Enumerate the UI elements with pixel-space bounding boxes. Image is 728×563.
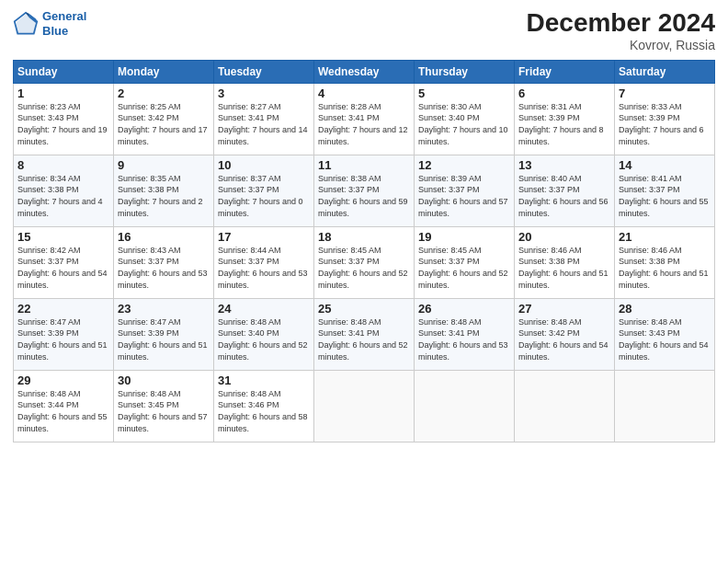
day-cell: 25Sunrise: 8:48 AM Sunset: 3:41 PM Dayli… — [314, 298, 415, 370]
day-cell: 11Sunrise: 8:38 AM Sunset: 3:37 PM Dayli… — [314, 155, 415, 226]
day-number: 31 — [218, 373, 310, 387]
day-cell: 19Sunrise: 8:45 AM Sunset: 3:37 PM Dayli… — [415, 226, 515, 298]
day-number: 12 — [418, 158, 510, 172]
day-info: Sunrise: 8:47 AM Sunset: 3:39 PM Dayligh… — [118, 316, 210, 362]
day-number: 29 — [17, 373, 109, 387]
day-number: 9 — [118, 158, 210, 172]
main-container: General Blue December 2024 Kovrov, Russi… — [0, 0, 728, 450]
day-info: Sunrise: 8:31 AM Sunset: 3:39 PM Dayligh… — [518, 101, 610, 147]
weekday-header-row: SundayMondayTuesdayWednesdayThursdayFrid… — [14, 60, 715, 83]
day-info: Sunrise: 8:25 AM Sunset: 3:42 PM Dayligh… — [118, 101, 210, 147]
day-number: 4 — [318, 86, 410, 100]
day-info: Sunrise: 8:44 AM Sunset: 3:37 PM Dayligh… — [218, 245, 310, 291]
weekday-header-sunday: Sunday — [14, 60, 114, 83]
day-info: Sunrise: 8:23 AM Sunset: 3:43 PM Dayligh… — [17, 101, 109, 147]
day-cell: 12Sunrise: 8:39 AM Sunset: 3:37 PM Dayli… — [415, 155, 515, 226]
day-number: 3 — [218, 86, 310, 100]
day-cell: 6Sunrise: 8:31 AM Sunset: 3:39 PM Daylig… — [515, 83, 615, 155]
logo-icon — [13, 11, 39, 37]
day-number: 30 — [118, 373, 210, 387]
week-row-5: 29Sunrise: 8:48 AM Sunset: 3:44 PM Dayli… — [14, 370, 715, 442]
day-info: Sunrise: 8:48 AM Sunset: 3:45 PM Dayligh… — [118, 388, 210, 434]
day-number: 14 — [619, 158, 711, 172]
day-info: Sunrise: 8:45 AM Sunset: 3:37 PM Dayligh… — [418, 245, 510, 291]
day-info: Sunrise: 8:48 AM Sunset: 3:43 PM Dayligh… — [619, 316, 711, 362]
day-info: Sunrise: 8:48 AM Sunset: 3:41 PM Dayligh… — [318, 316, 410, 362]
day-cell: 15Sunrise: 8:42 AM Sunset: 3:37 PM Dayli… — [14, 226, 114, 298]
weekday-header-wednesday: Wednesday — [314, 60, 415, 83]
day-cell: 3Sunrise: 8:27 AM Sunset: 3:41 PM Daylig… — [214, 83, 314, 155]
day-info: Sunrise: 8:40 AM Sunset: 3:37 PM Dayligh… — [518, 173, 610, 219]
day-info: Sunrise: 8:47 AM Sunset: 3:39 PM Dayligh… — [17, 316, 109, 362]
logo: General Blue — [13, 9, 86, 38]
day-cell: 29Sunrise: 8:48 AM Sunset: 3:44 PM Dayli… — [14, 370, 114, 442]
day-cell: 17Sunrise: 8:44 AM Sunset: 3:37 PM Dayli… — [214, 226, 314, 298]
day-number: 11 — [318, 158, 410, 172]
day-cell: 1Sunrise: 8:23 AM Sunset: 3:43 PM Daylig… — [14, 83, 114, 155]
day-cell: 16Sunrise: 8:43 AM Sunset: 3:37 PM Dayli… — [114, 226, 214, 298]
day-cell: 30Sunrise: 8:48 AM Sunset: 3:45 PM Dayli… — [114, 370, 214, 442]
day-number: 22 — [17, 302, 109, 316]
week-row-1: 1Sunrise: 8:23 AM Sunset: 3:43 PM Daylig… — [14, 83, 715, 155]
calendar-subtitle: Kovrov, Russia — [527, 38, 715, 52]
day-cell: 22Sunrise: 8:47 AM Sunset: 3:39 PM Dayli… — [14, 298, 114, 370]
weekday-header-thursday: Thursday — [415, 60, 515, 83]
day-info: Sunrise: 8:48 AM Sunset: 3:40 PM Dayligh… — [218, 316, 310, 362]
weekday-header-monday: Monday — [114, 60, 214, 83]
day-cell: 28Sunrise: 8:48 AM Sunset: 3:43 PM Dayli… — [615, 298, 715, 370]
day-number: 16 — [118, 230, 210, 244]
day-info: Sunrise: 8:41 AM Sunset: 3:37 PM Dayligh… — [619, 173, 711, 219]
day-info: Sunrise: 8:37 AM Sunset: 3:37 PM Dayligh… — [218, 173, 310, 219]
day-info: Sunrise: 8:45 AM Sunset: 3:37 PM Dayligh… — [318, 245, 410, 291]
day-cell: 27Sunrise: 8:48 AM Sunset: 3:42 PM Dayli… — [515, 298, 615, 370]
day-cell — [314, 370, 415, 442]
day-number: 13 — [518, 158, 610, 172]
day-cell: 7Sunrise: 8:33 AM Sunset: 3:39 PM Daylig… — [615, 83, 715, 155]
day-number: 19 — [418, 230, 510, 244]
day-cell: 2Sunrise: 8:25 AM Sunset: 3:42 PM Daylig… — [114, 83, 214, 155]
weekday-header-tuesday: Tuesday — [214, 60, 314, 83]
day-info: Sunrise: 8:28 AM Sunset: 3:41 PM Dayligh… — [318, 101, 410, 147]
day-cell: 21Sunrise: 8:46 AM Sunset: 3:38 PM Dayli… — [615, 226, 715, 298]
day-info: Sunrise: 8:42 AM Sunset: 3:37 PM Dayligh… — [17, 245, 109, 291]
day-cell: 26Sunrise: 8:48 AM Sunset: 3:41 PM Dayli… — [415, 298, 515, 370]
day-info: Sunrise: 8:38 AM Sunset: 3:37 PM Dayligh… — [318, 173, 410, 219]
day-cell: 4Sunrise: 8:28 AM Sunset: 3:41 PM Daylig… — [314, 83, 415, 155]
day-number: 15 — [17, 230, 109, 244]
day-info: Sunrise: 8:43 AM Sunset: 3:37 PM Dayligh… — [118, 245, 210, 291]
logo-line2: Blue — [42, 24, 68, 38]
day-number: 5 — [418, 86, 510, 100]
week-row-3: 15Sunrise: 8:42 AM Sunset: 3:37 PM Dayli… — [14, 226, 715, 298]
day-cell: 20Sunrise: 8:46 AM Sunset: 3:38 PM Dayli… — [515, 226, 615, 298]
day-cell: 9Sunrise: 8:35 AM Sunset: 3:38 PM Daylig… — [114, 155, 214, 226]
weekday-header-friday: Friday — [515, 60, 615, 83]
day-cell: 10Sunrise: 8:37 AM Sunset: 3:37 PM Dayli… — [214, 155, 314, 226]
day-number: 28 — [619, 302, 711, 316]
day-number: 27 — [518, 302, 610, 316]
logo-line1: General — [42, 9, 86, 23]
calendar-table: SundayMondayTuesdayWednesdayThursdayFrid… — [13, 60, 715, 442]
day-info: Sunrise: 8:48 AM Sunset: 3:44 PM Dayligh… — [17, 388, 109, 434]
day-info: Sunrise: 8:48 AM Sunset: 3:42 PM Dayligh… — [518, 316, 610, 362]
calendar-title: December 2024 — [527, 9, 715, 38]
day-number: 23 — [118, 302, 210, 316]
title-block: December 2024 Kovrov, Russia — [527, 9, 715, 52]
day-info: Sunrise: 8:27 AM Sunset: 3:41 PM Dayligh… — [218, 101, 310, 147]
week-row-4: 22Sunrise: 8:47 AM Sunset: 3:39 PM Dayli… — [14, 298, 715, 370]
day-info: Sunrise: 8:39 AM Sunset: 3:37 PM Dayligh… — [418, 173, 510, 219]
day-cell: 18Sunrise: 8:45 AM Sunset: 3:37 PM Dayli… — [314, 226, 415, 298]
header: General Blue December 2024 Kovrov, Russi… — [13, 9, 715, 52]
day-cell: 14Sunrise: 8:41 AM Sunset: 3:37 PM Dayli… — [615, 155, 715, 226]
day-info: Sunrise: 8:48 AM Sunset: 3:41 PM Dayligh… — [418, 316, 510, 362]
day-cell — [515, 370, 615, 442]
day-number: 18 — [318, 230, 410, 244]
day-cell: 31Sunrise: 8:48 AM Sunset: 3:46 PM Dayli… — [214, 370, 314, 442]
day-info: Sunrise: 8:34 AM Sunset: 3:38 PM Dayligh… — [17, 173, 109, 219]
day-cell: 8Sunrise: 8:34 AM Sunset: 3:38 PM Daylig… — [14, 155, 114, 226]
day-number: 17 — [218, 230, 310, 244]
logo-text: General Blue — [42, 9, 86, 38]
day-info: Sunrise: 8:46 AM Sunset: 3:38 PM Dayligh… — [518, 245, 610, 291]
day-number: 21 — [619, 230, 711, 244]
day-number: 7 — [619, 86, 711, 100]
day-info: Sunrise: 8:48 AM Sunset: 3:46 PM Dayligh… — [218, 388, 310, 434]
